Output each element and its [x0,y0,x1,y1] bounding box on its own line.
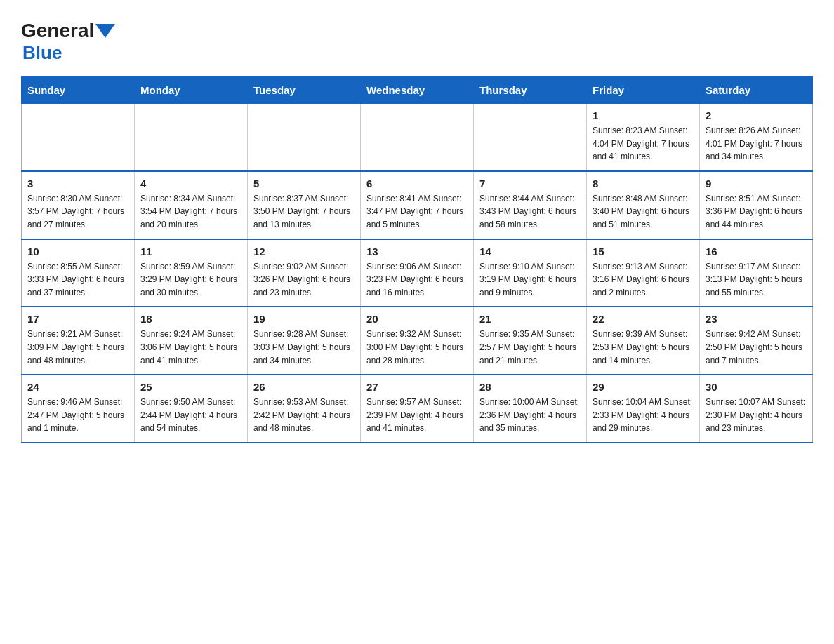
day-cell: 16Sunrise: 9:17 AM Sunset: 3:13 PM Dayli… [700,239,813,307]
day-number: 7 [479,177,581,189]
header-friday: Friday [587,77,700,104]
day-cell: 19Sunrise: 9:28 AM Sunset: 3:03 PM Dayli… [248,307,361,375]
day-number: 16 [706,246,807,257]
day-cell: 24Sunrise: 9:46 AM Sunset: 2:47 PM Dayli… [22,375,135,443]
day-cell: 28Sunrise: 10:00 AM Sunset: 2:36 PM Dayl… [474,375,587,443]
day-cell: 15Sunrise: 9:13 AM Sunset: 3:16 PM Dayli… [587,239,700,307]
day-info: Sunrise: 9:42 AM Sunset: 2:50 PM Dayligh… [706,328,807,367]
day-cell: 8Sunrise: 8:48 AM Sunset: 3:40 PM Daylig… [587,171,700,239]
day-info: Sunrise: 10:04 AM Sunset: 2:33 PM Daylig… [593,396,694,435]
day-cell: 20Sunrise: 9:32 AM Sunset: 3:00 PM Dayli… [361,307,474,375]
day-info: Sunrise: 8:37 AM Sunset: 3:50 PM Dayligh… [253,192,355,232]
week-row-5: 24Sunrise: 9:46 AM Sunset: 2:47 PM Dayli… [22,375,813,443]
day-info: Sunrise: 8:55 AM Sunset: 3:33 PM Dayligh… [27,260,128,300]
day-number: 23 [706,313,807,325]
logo-triangle-icon [95,24,115,38]
day-cell: 2Sunrise: 8:26 AM Sunset: 4:01 PM Daylig… [700,104,813,171]
day-cell: 5Sunrise: 8:37 AM Sunset: 3:50 PM Daylig… [248,171,361,239]
calendar-header-row: SundayMondayTuesdayWednesdayThursdayFrid… [22,77,813,104]
day-number: 24 [27,381,128,393]
day-number: 30 [706,381,807,393]
day-cell: 13Sunrise: 9:06 AM Sunset: 3:23 PM Dayli… [361,239,474,307]
header-wednesday: Wednesday [361,77,474,104]
day-info: Sunrise: 8:41 AM Sunset: 3:47 PM Dayligh… [366,192,468,232]
day-number: 27 [366,381,468,393]
day-info: Sunrise: 8:23 AM Sunset: 4:04 PM Dayligh… [593,124,694,163]
day-info: Sunrise: 8:44 AM Sunset: 3:43 PM Dayligh… [479,192,581,232]
day-cell: 3Sunrise: 8:30 AM Sunset: 3:57 PM Daylig… [22,171,135,239]
day-number: 8 [593,177,694,189]
day-number: 6 [366,177,468,189]
day-cell [361,104,474,171]
day-cell: 14Sunrise: 9:10 AM Sunset: 3:19 PM Dayli… [474,239,587,307]
day-cell: 21Sunrise: 9:35 AM Sunset: 2:57 PM Dayli… [474,307,587,375]
day-number: 14 [479,246,581,257]
day-cell [474,104,587,171]
day-info: Sunrise: 9:24 AM Sunset: 3:06 PM Dayligh… [140,328,241,367]
day-number: 19 [253,313,355,325]
day-info: Sunrise: 9:17 AM Sunset: 3:13 PM Dayligh… [706,260,807,300]
day-info: Sunrise: 10:07 AM Sunset: 2:30 PM Daylig… [706,396,807,435]
day-number: 28 [479,381,581,393]
header: General Blue [21,14,813,64]
header-thursday: Thursday [474,77,587,104]
header-monday: Monday [135,77,248,104]
day-cell: 11Sunrise: 8:59 AM Sunset: 3:29 PM Dayli… [135,239,248,307]
day-cell: 22Sunrise: 9:39 AM Sunset: 2:53 PM Dayli… [587,307,700,375]
day-info: Sunrise: 8:26 AM Sunset: 4:01 PM Dayligh… [706,124,807,163]
day-cell: 18Sunrise: 9:24 AM Sunset: 3:06 PM Dayli… [135,307,248,375]
day-cell: 1Sunrise: 8:23 AM Sunset: 4:04 PM Daylig… [587,104,700,171]
header-sunday: Sunday [22,77,135,104]
day-info: Sunrise: 9:39 AM Sunset: 2:53 PM Dayligh… [593,328,694,367]
day-number: 1 [593,109,694,121]
day-cell: 23Sunrise: 9:42 AM Sunset: 2:50 PM Dayli… [700,307,813,375]
day-cell: 6Sunrise: 8:41 AM Sunset: 3:47 PM Daylig… [361,171,474,239]
day-cell: 29Sunrise: 10:04 AM Sunset: 2:33 PM Dayl… [587,375,700,443]
day-cell [135,104,248,171]
week-row-1: 1Sunrise: 8:23 AM Sunset: 4:04 PM Daylig… [22,104,813,171]
day-info: Sunrise: 9:06 AM Sunset: 3:23 PM Dayligh… [366,260,468,300]
day-cell: 26Sunrise: 9:53 AM Sunset: 2:42 PM Dayli… [248,375,361,443]
day-info: Sunrise: 9:53 AM Sunset: 2:42 PM Dayligh… [253,396,355,435]
day-cell: 27Sunrise: 9:57 AM Sunset: 2:39 PM Dayli… [361,375,474,443]
logo-general: General [21,20,94,42]
day-info: Sunrise: 9:46 AM Sunset: 2:47 PM Dayligh… [27,396,128,435]
day-cell: 17Sunrise: 9:21 AM Sunset: 3:09 PM Dayli… [22,307,135,375]
day-info: Sunrise: 10:00 AM Sunset: 2:36 PM Daylig… [479,396,581,435]
day-number: 22 [593,313,694,325]
day-cell [22,104,135,171]
day-number: 12 [253,246,355,257]
day-cell: 4Sunrise: 8:34 AM Sunset: 3:54 PM Daylig… [135,171,248,239]
day-number: 21 [479,313,581,325]
day-cell: 12Sunrise: 9:02 AM Sunset: 3:26 PM Dayli… [248,239,361,307]
week-row-2: 3Sunrise: 8:30 AM Sunset: 3:57 PM Daylig… [22,171,813,239]
day-cell: 25Sunrise: 9:50 AM Sunset: 2:44 PM Dayli… [135,375,248,443]
logo: General Blue [21,14,115,64]
day-info: Sunrise: 8:34 AM Sunset: 3:54 PM Dayligh… [140,192,241,232]
day-info: Sunrise: 8:59 AM Sunset: 3:29 PM Dayligh… [140,260,241,300]
day-info: Sunrise: 8:48 AM Sunset: 3:40 PM Dayligh… [593,192,694,232]
day-number: 3 [27,177,128,189]
day-number: 26 [253,381,355,393]
header-saturday: Saturday [700,77,813,104]
day-info: Sunrise: 8:30 AM Sunset: 3:57 PM Dayligh… [27,192,128,232]
calendar-table: SundayMondayTuesdayWednesdayThursdayFrid… [21,76,813,443]
day-number: 11 [140,246,241,257]
day-number: 10 [27,246,128,257]
week-row-3: 10Sunrise: 8:55 AM Sunset: 3:33 PM Dayli… [22,239,813,307]
day-number: 5 [253,177,355,189]
day-info: Sunrise: 8:51 AM Sunset: 3:36 PM Dayligh… [706,192,807,232]
day-number: 4 [140,177,241,189]
day-info: Sunrise: 9:02 AM Sunset: 3:26 PM Dayligh… [253,260,355,300]
day-cell: 7Sunrise: 8:44 AM Sunset: 3:43 PM Daylig… [474,171,587,239]
day-info: Sunrise: 9:57 AM Sunset: 2:39 PM Dayligh… [366,396,468,435]
day-number: 25 [140,381,241,393]
day-info: Sunrise: 9:13 AM Sunset: 3:16 PM Dayligh… [593,260,694,300]
day-info: Sunrise: 9:28 AM Sunset: 3:03 PM Dayligh… [253,328,355,367]
day-number: 29 [593,381,694,393]
logo-blue-text: Blue [22,42,62,64]
day-number: 9 [706,177,807,189]
day-cell: 9Sunrise: 8:51 AM Sunset: 3:36 PM Daylig… [700,171,813,239]
day-number: 17 [27,313,128,325]
day-number: 15 [593,246,694,257]
